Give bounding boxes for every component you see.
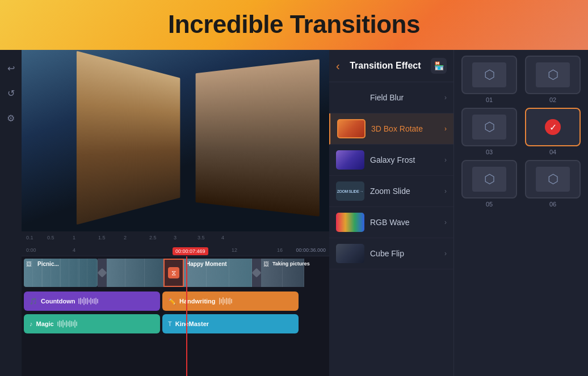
thumb-inner-03: ⬡ xyxy=(472,115,506,140)
clip-frame-beach xyxy=(107,259,163,287)
time-12: 12 xyxy=(232,247,237,253)
cube-face-left xyxy=(77,51,180,225)
transition-grid: ⬡ 01 ⬡ 02 ⬡ xyxy=(454,50,588,376)
chevron-icon-galaxy: › xyxy=(444,156,447,164)
ruler-mark-01: 0.1 xyxy=(26,235,33,240)
playhead-line xyxy=(186,256,187,376)
transition-name-rgb-wave: RGB Wave xyxy=(370,218,439,227)
chevron-icon: › xyxy=(444,94,447,102)
transition-name-field-blur: Field Blur xyxy=(370,93,439,102)
audio-icon-handwriting: ✏️ xyxy=(168,298,176,305)
transition-item-galaxy-frost[interactable]: Galaxy Frost › xyxy=(329,145,453,176)
transition-item-field-blur[interactable]: Field Blur › xyxy=(329,82,453,113)
thumb-rgb-wave xyxy=(336,213,364,232)
ruler-mark-4: 4 xyxy=(221,235,224,240)
total-time: 00:00:36.000 xyxy=(296,247,326,253)
transition-item-rgb-wave[interactable]: RGB Wave › xyxy=(329,207,453,238)
grid-item-02[interactable]: ⬡ 02 xyxy=(523,56,582,103)
transition-item-cube-flip[interactable]: Cube Flip › xyxy=(329,238,453,269)
grid-row-1: ⬡ 01 ⬡ 02 xyxy=(460,56,582,103)
right-panel: ‹ Transition Effect 🏪 Field Blur › 3D Bo… xyxy=(329,50,588,376)
audio-label-handwriting: Handwriting xyxy=(179,298,216,305)
time-start: 0:00 xyxy=(26,247,36,253)
back-button[interactable]: ‹ xyxy=(336,60,340,73)
thumb-inner-02: ⬡ xyxy=(536,62,570,87)
thumb-inner-06: ⬡ xyxy=(536,167,570,192)
grid-label-01: 01 xyxy=(486,96,493,103)
face-photo-left xyxy=(77,51,180,225)
cube-icon-03: ⬡ xyxy=(484,120,495,134)
grid-label-05: 05 xyxy=(486,201,493,208)
chevron-icon-rgb: › xyxy=(444,218,447,226)
transition-marker-2[interactable] xyxy=(252,259,261,287)
audio-row-2: ♪ Magic T KineMaster xyxy=(22,313,329,335)
audio-icon-kinemaster: T xyxy=(168,320,172,327)
video-preview xyxy=(22,50,329,231)
store-button[interactable]: 🏪 xyxy=(431,58,447,74)
gear-icon[interactable]: ⚙ xyxy=(4,111,18,125)
undo-icon[interactable]: ↩ xyxy=(4,61,18,75)
audio-track-kinemaster[interactable]: T KineMaster xyxy=(162,314,299,333)
grid-item-05[interactable]: ⬡ 05 xyxy=(460,160,519,208)
selected-check-04: ✓ xyxy=(545,119,561,135)
time-4: 4 xyxy=(73,247,75,253)
audio-label-magic: Magic xyxy=(36,320,54,327)
chevron-icon-zoom: › xyxy=(444,187,447,195)
transition-name-zoom-slide: Zoom Slide xyxy=(370,187,439,196)
thumb-3d-box xyxy=(337,119,366,138)
grid-row-2: ⬡ 03 ✓ 04 xyxy=(460,108,582,155)
panel-header: ‹ Transition Effect 🏪 xyxy=(329,50,453,82)
grid-thumb-05: ⬡ xyxy=(461,160,517,198)
zoom-slide-badge: ZOOM SLIDE → xyxy=(337,189,364,193)
ruler-mark-05: 0.5 xyxy=(47,235,54,240)
chevron-icon-active: › xyxy=(444,125,447,133)
grid-label-02: 02 xyxy=(549,96,556,103)
transition-item-zoom-slide[interactable]: ZOOM SLIDE → Zoom Slide › xyxy=(329,176,453,207)
active-marker-icon: ⧖ xyxy=(168,267,179,278)
timeline-area: 0.1 0.5 1 1.5 2 2.5 3 3.5 4 0:00 4 00:00… xyxy=(22,231,329,376)
transition-name-galaxy-frost: Galaxy Frost xyxy=(370,155,439,164)
page-title: Incredible Transitions xyxy=(0,10,588,39)
audio-track-magic[interactable]: ♪ Magic xyxy=(24,314,160,333)
time-16: 16 xyxy=(277,247,283,253)
grid-thumb-04: ✓ xyxy=(525,108,581,146)
current-time-badge: 00:00:07:469 xyxy=(173,247,208,255)
audio-icon-magic: ♪ xyxy=(30,320,33,327)
face-photo-right xyxy=(196,59,320,216)
grid-thumb-06: ⬡ xyxy=(525,160,581,198)
audio-track-countdown[interactable]: 🎵 Countdown xyxy=(24,291,160,311)
ruler-mark-1: 1 xyxy=(73,235,75,240)
grid-item-03[interactable]: ⬡ 03 xyxy=(460,108,519,155)
transition-name-3d-box-rotate: 3D Box Rotate xyxy=(371,124,439,133)
cube-face-right xyxy=(196,59,320,216)
preview-background xyxy=(22,50,329,231)
clip-happy[interactable]: Happy Moment xyxy=(184,259,252,287)
clip-taking[interactable]: Taking pictures 🖼 xyxy=(261,259,304,287)
transition-marker-1[interactable] xyxy=(98,259,107,287)
left-sidebar: ↩ ↺ ⚙ xyxy=(0,50,22,376)
grid-label-03: 03 xyxy=(486,149,493,155)
thumb-inner-05: ⬡ xyxy=(472,167,506,192)
thumb-cube-flip xyxy=(336,244,364,263)
audio-track-handwriting[interactable]: ✏️ Handwriting xyxy=(162,291,299,311)
grid-thumb-02: ⬡ xyxy=(525,56,581,94)
ruler-mark-3: 3 xyxy=(174,235,177,240)
clip-picnic[interactable]: 🖼 Picnic... xyxy=(24,259,98,287)
transition-item-3d-box-rotate[interactable]: 3D Box Rotate › xyxy=(329,113,453,145)
transition-marker-inner-1 xyxy=(98,268,107,278)
thumb-inner-01: ⬡ xyxy=(472,62,506,87)
clip-active-marker[interactable]: ⧖ xyxy=(163,259,184,287)
grid-item-06[interactable]: ⬡ 06 xyxy=(523,160,582,208)
grid-item-01[interactable]: ⬡ 01 xyxy=(460,56,519,103)
clip-beach[interactable] xyxy=(107,259,163,287)
timecode-bar: 0:00 4 00:00:07:469 12 16 00:00:36.000 xyxy=(22,244,329,256)
cube-icon-02: ⬡ xyxy=(548,67,558,82)
grid-thumb-01: ⬡ xyxy=(461,56,517,94)
thumb-galaxy-frost xyxy=(336,150,364,170)
grid-item-04[interactable]: ✓ 04 xyxy=(523,108,582,155)
transition-marker-inner-2 xyxy=(252,268,262,278)
redo-icon[interactable]: ↺ xyxy=(4,86,18,100)
audio-label-kinemaster: KineMaster xyxy=(175,320,209,327)
clip-frame-picnic xyxy=(24,259,98,287)
grid-thumb-03: ⬡ xyxy=(461,108,517,146)
